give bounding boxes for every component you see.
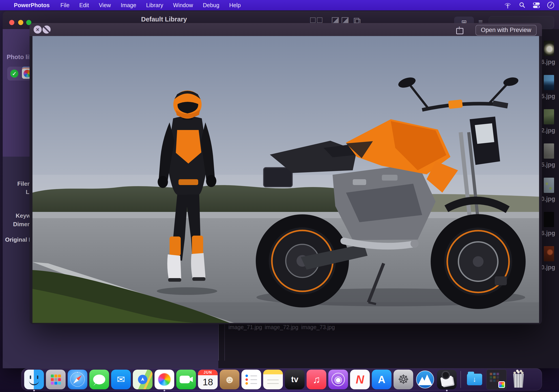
calendar-day: 18	[203, 375, 213, 389]
dock-launchpad[interactable]	[46, 370, 66, 389]
fullscreen-icon[interactable]	[43, 26, 51, 34]
info-label-original-file: Original F	[3, 236, 32, 243]
running-indicator	[164, 390, 165, 391]
dock-facetime[interactable]	[176, 370, 196, 389]
dock-news[interactable]: N	[350, 370, 370, 389]
dock-tv[interactable]: tv	[285, 370, 305, 389]
share-icon[interactable]: ↑	[456, 26, 463, 33]
dock-downloads-folder[interactable]: ↓	[465, 370, 484, 389]
photo-filename: 0.jpg	[541, 196, 559, 203]
dock-trash[interactable]	[509, 370, 528, 389]
photo-thumbnail[interactable]	[544, 246, 554, 261]
dock-messages[interactable]	[89, 370, 109, 389]
minimize-window-button[interactable]	[18, 20, 23, 25]
dock-app-store[interactable]: A	[372, 370, 391, 389]
photo-filename: image_72.jpg	[265, 324, 298, 330]
photo-thumbnail[interactable]	[544, 41, 554, 56]
photo-filename: image_73.jpg	[301, 324, 335, 330]
menu-view[interactable]: View	[94, 2, 116, 9]
menu-debug[interactable]: Debug	[198, 2, 224, 9]
photo-filename: 5.jpg	[541, 93, 559, 100]
grid-scrollbar[interactable]	[224, 324, 225, 361]
photo-filename: 6.jpg	[541, 59, 559, 66]
share-arrow: ↑	[456, 24, 463, 31]
dock-mail[interactable]: ✉	[111, 370, 131, 389]
photo-filename: 5.jpg	[541, 161, 559, 168]
photo-filename: image_71.jpg	[228, 324, 262, 330]
photo-thumbnail[interactable]	[544, 143, 554, 159]
dock: ✉ ➤ JUN 18 ☻ tv ♫ ◉ N A ☸ ↓	[21, 368, 542, 391]
screen: Default Library □□ ◪◪ ⧉ ⊞ ≡ Photo lib ✓ …	[0, 0, 559, 392]
running-indicator	[446, 390, 448, 391]
preview-photo-motorcycle	[32, 36, 539, 323]
photo-thumbnail[interactable]	[544, 212, 554, 227]
menu-edit[interactable]: Edit	[74, 2, 94, 9]
close-icon[interactable]: ×	[34, 26, 42, 34]
dock-notes[interactable]	[263, 370, 283, 389]
info-label-keywords: Keyw	[4, 212, 31, 219]
close-window-button[interactable]	[9, 20, 14, 25]
dock-system-settings[interactable]: ☸	[393, 370, 413, 389]
checkmark-icon: ✓	[10, 70, 18, 78]
panel-divider[interactable]	[218, 324, 219, 361]
info-label-library: Li	[4, 189, 31, 196]
dock-powerphotos[interactable]	[437, 370, 457, 389]
dock-calendar[interactable]: JUN 18	[198, 370, 218, 389]
search-icon[interactable]	[518, 1, 526, 9]
calendar-month: JUN	[198, 370, 218, 375]
info-label-filename: Filen	[4, 180, 31, 187]
photo-filename: 0.jpg	[541, 264, 559, 271]
sidebar-header: Photo lib	[7, 54, 32, 61]
dock-safari[interactable]	[68, 370, 87, 389]
running-indicator	[33, 390, 35, 391]
quicklook-window: × ↑ Open with Preview	[29, 23, 542, 324]
dock-music[interactable]: ♫	[307, 370, 326, 389]
open-with-preview-button[interactable]: Open with Preview	[475, 25, 537, 36]
photo-filename: 6.jpg	[541, 230, 559, 237]
window-title: Default Library	[141, 16, 187, 23]
dock-contacts[interactable]: ☻	[220, 370, 239, 389]
dock-maps[interactable]: ➤	[133, 370, 152, 389]
menu-image[interactable]: Image	[116, 2, 141, 9]
dock-podcasts[interactable]: ◉	[328, 370, 348, 389]
menu-help[interactable]: Help	[224, 2, 245, 9]
motorcycle-photo-illustration	[32, 36, 539, 323]
menu-file[interactable]: File	[56, 2, 74, 9]
menu-bar: PowerPhotos File Edit View Image Library…	[0, 0, 559, 10]
quicklook-titlebar[interactable]: × ↑ Open with Preview	[29, 23, 542, 36]
photo-thumbnail[interactable]	[544, 75, 554, 90]
control-center-icon[interactable]	[532, 1, 540, 9]
photo-filename: 2.jpg	[541, 127, 559, 134]
info-label-dimensions: Dimen	[4, 221, 31, 228]
clock-icon[interactable]	[547, 1, 555, 9]
dock-reminders[interactable]	[242, 370, 261, 389]
dock-finder[interactable]	[24, 370, 44, 389]
wifi-warning-icon[interactable]	[504, 1, 512, 9]
app-menu[interactable]: PowerPhotos	[14, 2, 56, 9]
dock-photos[interactable]	[155, 370, 174, 389]
dock-minimized-window[interactable]	[486, 369, 507, 390]
dock-mountain-app[interactable]	[415, 370, 435, 389]
photo-thumbnail[interactable]	[544, 178, 554, 193]
menu-library[interactable]: Library	[141, 2, 168, 9]
photo-thumbnail[interactable]	[544, 109, 554, 125]
dock-separator	[460, 371, 461, 388]
menu-window[interactable]: Window	[168, 2, 198, 9]
